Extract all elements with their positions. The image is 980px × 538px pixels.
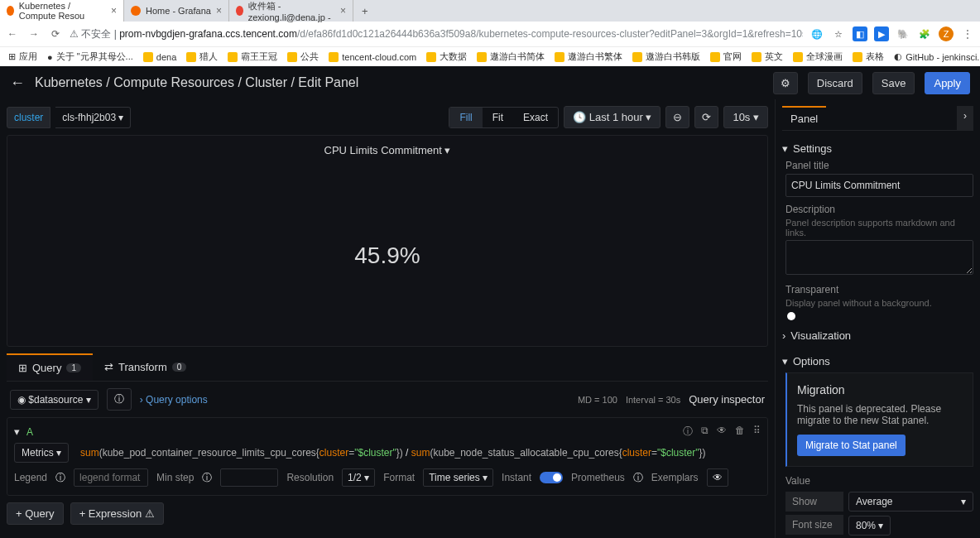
query-inspector-button[interactable]: Query inspector xyxy=(689,393,765,406)
exemplars-toggle[interactable]: 👁 xyxy=(707,468,728,487)
browser-tab[interactable]: 收件箱 - zexiong.li@dena.jp -× xyxy=(229,0,353,22)
add-expression-button[interactable]: + Expression ⚠ xyxy=(70,502,164,525)
extensions-icon[interactable]: 🧩 xyxy=(917,26,932,41)
menu-icon[interactable]: ⋮ xyxy=(960,28,975,40)
bookmark[interactable]: 官网 xyxy=(707,49,745,65)
bookmark[interactable]: ● 关于 "元界其母公... xyxy=(44,49,137,65)
panel-preview: CPU Limits Commitment ▾ 45.9% xyxy=(7,135,768,347)
tab-query[interactable]: ⊞ Query 1 xyxy=(7,353,93,381)
bookmark[interactable]: 霸王王冠 xyxy=(224,49,281,65)
resolution-select[interactable]: 1/2 ▾ xyxy=(342,468,375,487)
fit-mode[interactable]: Fill Fit Exact xyxy=(449,107,559,128)
query-editor: ▾ A ⓘ ⧉ 👁 🗑 ⠿ Metrics ▾ sum(kube_pod_con… xyxy=(7,417,768,496)
refresh-interval[interactable]: 10s ▾ xyxy=(723,106,768,128)
bookmark[interactable]: 表格 xyxy=(849,49,887,65)
metrics-dropdown[interactable]: Metrics ▾ xyxy=(14,443,69,463)
ext-icon[interactable]: ◧ xyxy=(853,26,867,41)
bookmark[interactable]: 遨游白书繁体 xyxy=(551,49,626,65)
close-icon[interactable]: × xyxy=(216,5,222,17)
address-bar: ← → ⟳ ⚠ 不安全 | prom-nvbgdjen-grafana.ccs.… xyxy=(0,22,980,46)
drag-icon[interactable]: ⠿ xyxy=(753,425,761,439)
bookmark[interactable]: 大数据 xyxy=(423,49,470,65)
info-icon[interactable]: ⓘ xyxy=(202,471,212,485)
discard-button[interactable]: Discard xyxy=(808,72,862,94)
show-select[interactable]: Average ▾ xyxy=(848,492,973,512)
legend-input[interactable] xyxy=(74,468,148,487)
info-icon[interactable]: ⓘ xyxy=(633,471,643,485)
browser-tabs: Kubernetes / Compute Resou× Home - Grafa… xyxy=(0,0,980,22)
side-panel: Panel › ▾ Settings Panel title Descripti… xyxy=(775,99,980,538)
bookmark[interactable]: 英文 xyxy=(748,49,786,65)
duplicate-icon[interactable]: ⓘ xyxy=(683,425,693,439)
translate-icon[interactable]: 🌐 xyxy=(809,26,824,41)
star-icon[interactable]: ☆ xyxy=(831,26,846,41)
panel-title[interactable]: CPU Limits Commitment ▾ xyxy=(7,136,767,165)
url-field[interactable]: ⚠ 不安全 | prom-nvbgdjen-grafana.ccs.tencen… xyxy=(70,27,803,41)
query-code[interactable]: sum(kube_pod_container_resource_limits_c… xyxy=(75,442,711,464)
settings-section[interactable]: ▾ Settings xyxy=(782,137,973,160)
bookmark[interactable]: 猎人 xyxy=(183,49,221,65)
bookmark[interactable]: dena xyxy=(140,50,180,64)
visualization-section[interactable]: › Visualization xyxy=(782,324,973,347)
forward-icon[interactable]: → xyxy=(26,28,41,40)
datasource-help[interactable]: ⓘ xyxy=(107,388,132,411)
copy-icon[interactable]: ⧉ xyxy=(701,425,709,439)
ext-icon[interactable]: 🐘 xyxy=(896,26,910,41)
bookmark[interactable]: 公共 xyxy=(284,49,322,65)
refresh-button[interactable]: ⟳ xyxy=(694,106,718,128)
datasource-picker[interactable]: ◉ $datasource ▾ xyxy=(10,390,98,410)
tab-panel[interactable]: Panel xyxy=(782,106,826,130)
ext-icon[interactable]: ▶ xyxy=(874,26,889,41)
bookmark[interactable]: tencent-cloud.com xyxy=(325,50,420,64)
apps-icon[interactable]: ⊞ 应用 xyxy=(5,49,41,65)
fontsize-select[interactable]: 80% ▾ xyxy=(848,516,891,536)
migration-notice: Migration This panel is deprecated. Plea… xyxy=(785,372,973,467)
bookmark[interactable]: 全球漫画 xyxy=(790,49,846,65)
description-input[interactable] xyxy=(785,240,973,275)
minstep-input[interactable] xyxy=(220,468,278,487)
bookmark[interactable]: 遨游白书韩版 xyxy=(629,49,704,65)
browser-tab[interactable]: Kubernetes / Compute Resou× xyxy=(0,0,124,22)
save-button[interactable]: Save xyxy=(872,72,915,94)
close-icon[interactable]: × xyxy=(111,5,117,17)
avatar[interactable]: Z xyxy=(939,26,954,41)
bookmark[interactable]: 遨游白书简体 xyxy=(473,49,548,65)
expand-icon[interactable]: › xyxy=(957,106,973,130)
instant-toggle[interactable] xyxy=(540,472,563,483)
format-select[interactable]: Time series ▾ xyxy=(423,468,493,487)
query-name[interactable]: A xyxy=(26,426,33,438)
md-info: MD = 100 xyxy=(578,395,617,405)
back-button[interactable]: ← xyxy=(10,74,25,92)
zoom-out-button[interactable]: ⊖ xyxy=(665,106,689,128)
time-picker[interactable]: 🕓 Last 1 hour ▾ xyxy=(564,106,661,128)
collapse-icon[interactable]: ▾ xyxy=(14,425,20,438)
options-section[interactable]: ▾ Options xyxy=(782,350,973,372)
page-header: ← Kubernetes / Compute Resources / Clust… xyxy=(0,66,980,99)
panel-title-input[interactable] xyxy=(785,174,973,197)
reload-icon[interactable]: ⟳ xyxy=(48,28,63,40)
toggle-icon[interactable]: 👁 xyxy=(717,425,727,439)
panel-value: 45.9% xyxy=(7,165,767,346)
interval-info: Interval = 30s xyxy=(626,395,680,405)
migrate-button[interactable]: Migrate to Stat panel xyxy=(797,435,906,456)
apply-button[interactable]: Apply xyxy=(925,72,970,94)
tab-transform[interactable]: ⇄ Transform 0 xyxy=(93,353,198,381)
bookmarks-bar: ⊞ 应用 ● 关于 "元界其母公... dena 猎人 霸王王冠 公共 tenc… xyxy=(0,46,980,66)
close-icon[interactable]: × xyxy=(340,5,346,17)
info-icon[interactable]: ⓘ xyxy=(55,471,65,485)
back-icon[interactable]: ← xyxy=(5,28,20,40)
query-options-toggle[interactable]: › Query options xyxy=(140,394,208,406)
breadcrumb: Kubernetes / Compute Resources / Cluster… xyxy=(35,75,358,90)
bookmark[interactable]: ◐ GitHub - jenkinsci... xyxy=(891,50,980,64)
add-query-button[interactable]: + Query xyxy=(7,502,64,525)
new-tab-button[interactable]: + xyxy=(353,0,377,22)
template-variable[interactable]: cluster cls-fhhj2b03 ▾ xyxy=(7,107,131,128)
delete-icon[interactable]: 🗑 xyxy=(735,425,745,439)
browser-tab[interactable]: Home - Grafana× xyxy=(124,0,229,22)
settings-button[interactable]: ⚙ xyxy=(773,72,798,94)
